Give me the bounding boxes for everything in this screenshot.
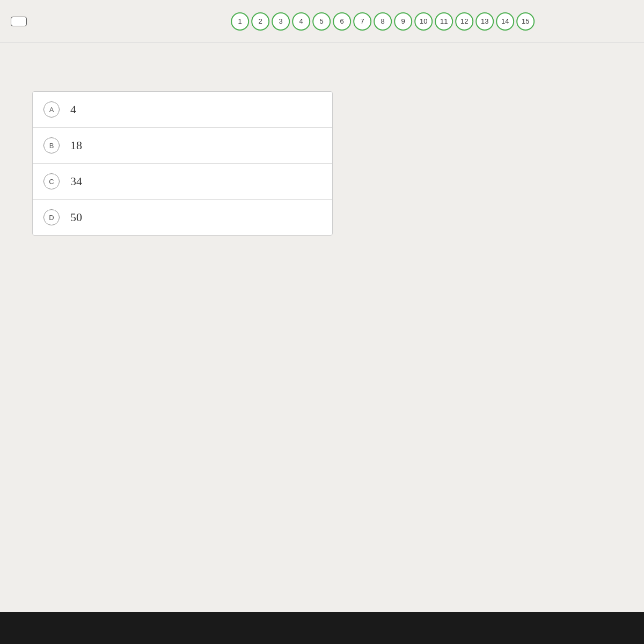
nav-circle-3[interactable]: 3 bbox=[272, 12, 290, 31]
bottom-bar bbox=[0, 612, 644, 644]
nav-circle-5[interactable]: 5 bbox=[312, 12, 331, 31]
nav-circle-14[interactable]: 14 bbox=[496, 12, 514, 31]
option-row-a[interactable]: A4 bbox=[33, 92, 332, 128]
nav-circle-12[interactable]: 12 bbox=[455, 12, 473, 31]
option-value-a: 4 bbox=[70, 103, 76, 116]
nav-circle-15[interactable]: 15 bbox=[516, 12, 535, 31]
nav-circle-4[interactable]: 4 bbox=[292, 12, 310, 31]
nav-circle-13[interactable]: 13 bbox=[475, 12, 494, 31]
question-nav: 123456789101112131415 bbox=[231, 12, 535, 31]
option-row-d[interactable]: D50 bbox=[33, 200, 332, 235]
option-letter-c: C bbox=[43, 173, 60, 189]
nav-circle-7[interactable]: 7 bbox=[353, 12, 371, 31]
main-content: A4B18C34D50 bbox=[0, 43, 644, 257]
options-container: A4B18C34D50 bbox=[32, 91, 333, 236]
header: 123456789101112131415 bbox=[0, 0, 644, 43]
option-letter-b: B bbox=[43, 137, 60, 153]
nav-circle-10[interactable]: 10 bbox=[414, 12, 433, 31]
option-value-c: 34 bbox=[70, 174, 82, 188]
nav-circle-1[interactable]: 1 bbox=[231, 12, 249, 31]
screen: 123456789101112131415 A4B18C34D50 bbox=[0, 0, 644, 612]
option-value-d: 50 bbox=[70, 210, 82, 224]
option-row-c[interactable]: C34 bbox=[33, 164, 332, 200]
nav-circle-2[interactable]: 2 bbox=[251, 12, 269, 31]
nav-circle-8[interactable]: 8 bbox=[374, 12, 392, 31]
option-row-b[interactable]: B18 bbox=[33, 128, 332, 164]
option-letter-a: A bbox=[43, 101, 60, 118]
option-letter-d: D bbox=[43, 209, 60, 225]
nav-circle-11[interactable]: 11 bbox=[435, 12, 453, 31]
nav-circle-6[interactable]: 6 bbox=[333, 12, 351, 31]
nav-circle-9[interactable]: 9 bbox=[394, 12, 412, 31]
option-value-b: 18 bbox=[70, 138, 82, 152]
save-exit-button[interactable] bbox=[11, 17, 27, 26]
